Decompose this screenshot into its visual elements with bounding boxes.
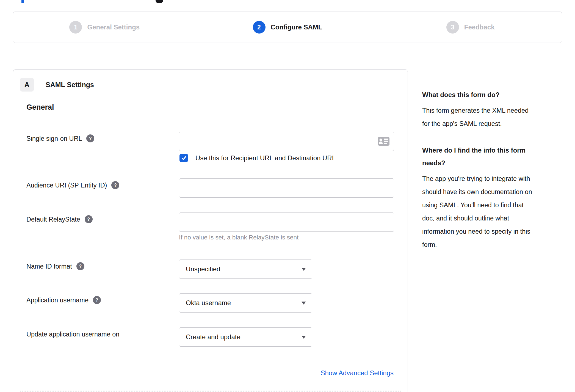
help-panel: What does this form do? This form genera… — [422, 89, 563, 251]
section-badge: A — [20, 78, 34, 92]
select-value: Okta username — [179, 299, 231, 307]
step-general-settings[interactable]: 1 General Settings — [13, 12, 196, 43]
recipient-url-checkbox-label: Use this for Recipient URL and Destinati… — [195, 154, 336, 162]
clipped-top-accent — [21, 0, 24, 3]
page: 1 General Settings 2 Configure SAML 3 Fe… — [0, 0, 575, 392]
step-label: Feedback — [464, 23, 495, 31]
relaystate-input[interactable] — [179, 212, 394, 232]
help-text-line: doc, and it should outline what — [422, 212, 563, 225]
help-text-line: should have its own documentation on — [422, 185, 563, 198]
checkmark-icon — [181, 155, 187, 161]
chevron-down-icon — [302, 268, 306, 271]
update-username-select[interactable]: Create and update — [179, 327, 312, 347]
step-configure-saml[interactable]: 2 Configure SAML — [196, 12, 379, 43]
relaystate-label: Default RelayState? — [26, 215, 93, 224]
update-username-label: Update application username on — [26, 330, 119, 338]
help-icon[interactable]: ? — [85, 215, 93, 223]
help-text-line: This form generates the XML needed — [422, 104, 563, 117]
group-title: General — [26, 103, 54, 112]
help-text-line: for the app's SAML request. — [422, 117, 563, 130]
help-icon[interactable]: ? — [111, 181, 119, 189]
step-label: General Settings — [87, 23, 140, 31]
saml-settings-card: A SAML Settings General Single sign-on U… — [13, 69, 408, 392]
step-number-badge: 3 — [446, 21, 459, 34]
clipped-app-logo — [156, 0, 163, 3]
audience-uri-input[interactable] — [179, 178, 394, 198]
name-id-format-select[interactable]: Unspecified — [179, 260, 312, 279]
select-value: Create and update — [179, 333, 240, 341]
step-number-badge: 2 — [253, 21, 266, 34]
step-number-badge: 1 — [69, 21, 82, 34]
recipient-url-checkbox[interactable] — [179, 154, 188, 162]
chevron-down-icon — [302, 336, 306, 339]
chevron-down-icon — [302, 302, 306, 305]
help-text-line: information you need to specify in this — [422, 225, 563, 238]
help-icon[interactable]: ? — [93, 296, 101, 304]
help-section-where: Where do I find the info this form needs… — [422, 144, 563, 251]
section-divider — [20, 391, 401, 391]
name-id-format-label: Name ID format? — [26, 262, 84, 271]
select-value: Unspecified — [179, 265, 220, 273]
help-text-line: The app you're trying to integrate with — [422, 172, 563, 185]
application-username-select[interactable]: Okta username — [179, 293, 312, 313]
audience-uri-label: Audience URI (SP Entity ID)? — [26, 181, 119, 190]
help-heading: needs? — [422, 157, 563, 169]
wizard-stepper: 1 General Settings 2 Configure SAML 3 Fe… — [13, 12, 562, 43]
help-heading: Where do I find the info this form — [422, 144, 563, 157]
step-label: Configure SAML — [271, 23, 322, 31]
help-section-what: What does this form do? This form genera… — [422, 89, 563, 130]
sso-url-input[interactable] — [179, 132, 394, 151]
show-advanced-settings-link[interactable]: Show Advanced Settings — [320, 369, 394, 377]
sso-url-label: Single sign-on URL? — [26, 134, 94, 143]
help-icon[interactable]: ? — [86, 134, 94, 142]
help-icon[interactable]: ? — [76, 262, 84, 270]
card-title: SAML Settings — [46, 78, 94, 92]
help-text-line: form. — [422, 238, 563, 251]
step-feedback[interactable]: 3 Feedback — [379, 12, 562, 43]
help-heading: What does this form do? — [422, 89, 563, 101]
help-text-line: using SAML. You'll need to find that — [422, 198, 563, 212]
relaystate-hint: If no value is set, a blank RelayState i… — [179, 234, 298, 241]
application-username-label: Application username? — [26, 296, 101, 305]
